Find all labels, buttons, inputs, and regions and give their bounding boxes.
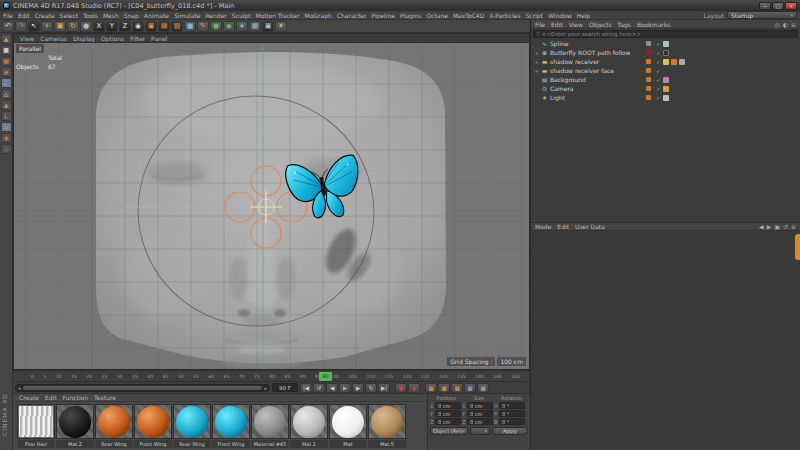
lock-y-axis-icon[interactable]: Y	[106, 21, 118, 32]
am-menu-item[interactable]: User Data	[575, 223, 605, 230]
render-region-icon[interactable]: ▤	[158, 21, 170, 32]
layer-chip[interactable]	[646, 95, 651, 100]
rotation-field[interactable]: 0 °	[499, 402, 525, 409]
lock-icon[interactable]: ▣	[774, 223, 780, 230]
menu-item[interactable]: Render	[205, 12, 226, 19]
viewport-menu-item[interactable]: Panel	[151, 35, 167, 42]
menu-item[interactable]: Window	[548, 12, 572, 19]
range-left-handle[interactable]: ◂	[18, 385, 21, 392]
previous-frame-button[interactable]: ◀	[326, 383, 338, 393]
axis-mode-icon[interactable]: L	[1, 111, 12, 121]
simulate-icon[interactable]: ◆	[223, 21, 235, 32]
menu-item[interactable]: Select	[60, 12, 79, 19]
burger-menu-icon[interactable]: ≡	[791, 21, 796, 28]
menu-item[interactable]: Snap	[124, 12, 139, 19]
layer-chip[interactable]	[646, 59, 651, 64]
position-field[interactable]: 0 cm	[435, 418, 461, 425]
quantize-icon[interactable]: ◇	[1, 144, 12, 154]
workplane-mode-icon[interactable]: ◆	[1, 67, 12, 77]
layer-chip[interactable]	[646, 77, 651, 82]
menu-item[interactable]: Edit	[18, 12, 30, 19]
expand-caret[interactable]: +	[534, 68, 539, 74]
snap-icon[interactable]: ∪	[1, 122, 12, 132]
menu-item[interactable]: File	[3, 12, 13, 19]
material-item[interactable]: Mat.1	[290, 404, 328, 448]
menu-item[interactable]: Script	[526, 12, 543, 19]
material-item[interactable]: Material #45	[251, 404, 289, 448]
coord-mode-dropdown[interactable]: Object (Rel) ▾	[430, 427, 468, 435]
size-field[interactable]: 0 cm	[467, 410, 493, 417]
viewport-menu-item[interactable]: View	[20, 35, 34, 42]
texture-tag[interactable]	[663, 77, 669, 83]
material-preview[interactable]	[368, 404, 406, 439]
viewport-menu-item[interactable]: Display	[73, 35, 95, 42]
menu-item[interactable]: Create	[35, 12, 55, 19]
preview-range-slider[interactable]: ◂ ▸	[15, 384, 270, 392]
visibility-dots[interactable]: ∶	[653, 86, 654, 91]
back-arrow-icon[interactable]: ◀	[759, 223, 764, 230]
compositing-tag[interactable]	[671, 59, 677, 65]
expand-caret[interactable]: +	[534, 59, 539, 65]
coord-blank-dropdown[interactable]: ▾	[470, 427, 490, 435]
record-keyframe-button[interactable]: ●	[395, 383, 407, 393]
xpresso-tag[interactable]	[663, 50, 669, 56]
menu-item[interactable]: Motion Tracker	[256, 12, 300, 19]
material-preview[interactable]	[173, 404, 211, 439]
texture-mode-icon[interactable]: ▦	[1, 56, 12, 66]
om-menu-item[interactable]: Edit	[551, 21, 563, 28]
menu-item[interactable]: X-Particles	[489, 12, 520, 19]
menu-item[interactable]: Animate	[144, 12, 169, 19]
menu-item[interactable]: Tools	[83, 12, 98, 19]
material-item[interactable]: Mat	[329, 404, 367, 448]
light-icon[interactable]: ☀	[275, 21, 287, 32]
camera-icon[interactable]: ▣	[262, 21, 274, 32]
om-menu-item[interactable]: Objects	[589, 21, 612, 28]
enable-check-icon[interactable]: ✓	[656, 50, 660, 56]
layer-chip[interactable]	[646, 41, 651, 46]
panel-side-tab[interactable]	[795, 234, 800, 260]
layer-chip[interactable]	[646, 86, 651, 91]
visibility-dots[interactable]: ∶	[653, 68, 654, 73]
viewport-canvas[interactable]: Parallel Total Objects67 Grid Spacing : …	[14, 43, 529, 369]
menu-item[interactable]: Octane	[426, 12, 448, 19]
phong-tag[interactable]	[679, 59, 685, 65]
material-item[interactable]: Mat.2	[56, 404, 94, 448]
enable-check-icon[interactable]: ✓	[656, 68, 660, 74]
object-search[interactable]: ▽	[533, 30, 798, 38]
material-preview[interactable]	[329, 404, 367, 439]
minimize-button[interactable]: −	[759, 2, 771, 10]
polygons-mode-icon[interactable]: ▲	[1, 100, 12, 110]
object-row-shadow-receiver[interactable]: + ▬ shadow receiver ∶✓	[531, 57, 800, 66]
next-key-button[interactable]: ↻	[365, 383, 377, 393]
filter-icon[interactable]: ◎	[774, 21, 779, 28]
material-preview[interactable]	[251, 404, 289, 439]
convert-object-icon[interactable]: ▲	[1, 34, 12, 44]
am-menu-item[interactable]: Edit	[557, 223, 569, 230]
om-menu-item[interactable]: Tags	[618, 21, 631, 28]
material-preview[interactable]	[212, 404, 250, 439]
goto-start-button[interactable]: |◀	[300, 383, 312, 393]
scale-icon[interactable]: ▣	[54, 21, 66, 32]
range-bar[interactable]	[23, 386, 262, 390]
lock-z-axis-icon[interactable]: Z	[119, 21, 131, 32]
keyframe-selection-toggle[interactable]: ▦	[477, 383, 489, 393]
visibility-dots[interactable]: ∶	[653, 59, 654, 64]
material-item[interactable]: Mat.5	[368, 404, 406, 448]
material-item[interactable]: Rear Wing	[173, 404, 211, 448]
am-menu-item[interactable]: Mode	[535, 223, 551, 230]
material-menu-item[interactable]: Create	[19, 394, 39, 401]
previous-key-button[interactable]: ↺	[313, 383, 325, 393]
align-to-spline-tag[interactable]	[663, 41, 669, 47]
layout-dropdown[interactable]: Startup ▾	[727, 11, 797, 19]
rotation-field[interactable]: 0 °	[499, 410, 525, 417]
spline-pen-icon[interactable]: ✎	[197, 21, 209, 32]
menu-item[interactable]: Mesh	[103, 12, 119, 19]
target-tag[interactable]	[663, 95, 669, 101]
workplane-lock-icon[interactable]: ◆	[1, 133, 12, 143]
om-menu-item[interactable]: Bookmarks	[637, 21, 671, 28]
array-icon[interactable]: ▦	[249, 21, 261, 32]
menu-item[interactable]: Plugins	[400, 12, 422, 19]
layer-chip[interactable]	[646, 68, 651, 73]
layer-chip[interactable]	[646, 50, 651, 55]
apply-button[interactable]: Apply	[492, 427, 528, 435]
